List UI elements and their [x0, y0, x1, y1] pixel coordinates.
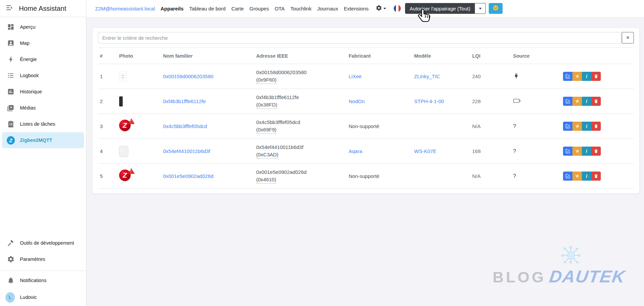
sidebar-item-apercu[interactable]: Aperçu	[0, 19, 86, 35]
delete-button[interactable]	[591, 97, 601, 106]
reconfigure-button[interactable]	[572, 122, 582, 131]
delete-button[interactable]	[591, 72, 601, 81]
device-name-link[interactable]: 0x001e5e0902ad026d	[163, 173, 213, 179]
network-address[interactable]: (0x69F9)	[256, 126, 276, 134]
col-photo: Photo	[117, 53, 161, 59]
model-link[interactable]: STPH-4-1-00	[414, 98, 444, 104]
menu-open-icon[interactable]	[5, 4, 14, 13]
vendor-link[interactable]: NodOn	[349, 98, 365, 104]
col-nom-familier: Nom familier	[161, 53, 254, 59]
tab-ota[interactable]: OTA	[275, 6, 285, 11]
clipboard-list-icon	[7, 120, 15, 128]
reconfigure-button[interactable]	[572, 72, 582, 81]
network-address[interactable]: (0xC3AD)	[256, 151, 278, 159]
user-avatar: L	[7, 293, 15, 301]
row-num: 5	[98, 173, 117, 179]
sidebar-item-energie[interactable]: Énergie	[0, 51, 86, 67]
sidebar: Home Assistant Aperçu Map Énergie	[0, 0, 86, 306]
network-address[interactable]: (0x9F60)	[256, 76, 276, 84]
edit-button[interactable]	[563, 97, 572, 106]
row-actions: i	[558, 97, 634, 106]
sidebar-item-medias[interactable]: Médias	[0, 100, 86, 116]
main-area: Z2M@homeassistant.local Appareils Tablea…	[86, 0, 644, 306]
list-bulleted-icon	[7, 71, 15, 80]
tab-tableau-de-bord[interactable]: Tableau de bord	[189, 6, 226, 11]
clear-search-button[interactable]: ×	[622, 32, 634, 43]
sidebar-item-label: Zigbee2MQTT	[20, 137, 52, 143]
table-row: 2 0xf4b3b1fffe6112fe 0xf4b3b1fffe6112fe …	[98, 89, 634, 114]
nodon-device-photo	[119, 96, 123, 106]
edit-button[interactable]	[563, 147, 572, 156]
search-input[interactable]	[98, 32, 622, 43]
sidebar-item-map[interactable]: Map	[0, 35, 86, 51]
col-modele: Modèle	[412, 53, 470, 59]
sidebar-item-label: Outils de développement	[20, 240, 74, 246]
table-row: 4 0x54ef4410011b6d3f 0x54ef4410011b6d3f …	[98, 139, 634, 164]
sidebar-item-listes-de-taches[interactable]: Listes de tâches	[0, 116, 86, 132]
blog-dautek-watermark: BLOG DAUTEK	[493, 267, 625, 286]
model-link[interactable]: WS-K07E	[414, 148, 436, 154]
ieee-address: 0x54ef4410011b6d3f	[256, 144, 303, 150]
delete-button[interactable]	[591, 122, 601, 131]
device-name-link[interactable]: 0x4c5bb3fffef05dcd	[163, 123, 207, 129]
app-title: Home Assistant	[19, 5, 66, 12]
settings-dropdown[interactable]	[376, 5, 386, 12]
sidebar-item-parametres[interactable]: Paramètres	[0, 251, 86, 267]
lqi-value: N/A	[470, 173, 511, 179]
smiley-icon	[493, 5, 499, 12]
edit-button[interactable]	[563, 72, 572, 81]
info-button[interactable]: i	[582, 97, 591, 106]
device-name-link[interactable]: 0x00158d0006203580	[163, 73, 213, 79]
permit-join-dropdown-toggle[interactable]	[475, 3, 486, 14]
topbar: Z2M@homeassistant.local Appareils Tablea…	[86, 0, 644, 17]
reconfigure-button[interactable]	[572, 147, 582, 156]
watermark-blog-text: BLOG	[493, 269, 546, 286]
permit-join-button[interactable]: Autoriser l'appairage (Tout)	[405, 3, 475, 14]
tab-carte[interactable]: Carte	[231, 6, 244, 11]
play-box-icon	[7, 104, 15, 112]
device-name-link[interactable]: 0xf4b3b1fffe6112fe	[163, 98, 206, 104]
vendor-text: Non-supporté	[347, 123, 412, 129]
sidebar-item-outils-developpement[interactable]: Outils de développement	[0, 235, 86, 251]
device-ieee: 0x00158d0006203580 (0x9F60)	[254, 69, 347, 84]
model-link[interactable]: ZLinky_TIC	[414, 73, 440, 79]
french-flag-icon[interactable]	[394, 5, 401, 12]
network-address[interactable]: (0x4610)	[256, 176, 276, 184]
sidebar-item-zigbee2mqtt[interactable]: Z Zigbee2MQTT	[2, 132, 84, 148]
device-name-link[interactable]: 0x54ef4410011b6d3f	[163, 148, 210, 154]
account-box-icon	[7, 39, 15, 47]
sidebar-item-logbook[interactable]: Logbook	[0, 67, 86, 84]
network-address[interactable]: (0x38FD)	[256, 101, 277, 109]
bridge-link[interactable]: Z2M@homeassistant.local	[95, 6, 155, 11]
tab-groupes[interactable]: Groupes	[249, 6, 269, 11]
info-button[interactable]: i	[582, 72, 591, 81]
lqi-value: 240	[470, 73, 511, 79]
reconfigure-button[interactable]	[572, 172, 582, 181]
sidebar-item-label: Map	[20, 40, 29, 46]
sidebar-item-historique[interactable]: Historique	[0, 84, 86, 100]
reconfigure-button[interactable]	[572, 97, 582, 106]
row-actions: i	[558, 147, 634, 156]
vendor-link[interactable]: LiXee	[349, 73, 361, 79]
delete-button[interactable]	[591, 147, 601, 156]
info-button[interactable]: i	[582, 172, 591, 181]
vendor-link[interactable]: Aqara	[349, 148, 362, 154]
table-row: 5 Z ! 0x001e5e0902ad026d 0x001e5e0902ad0…	[98, 164, 634, 189]
delete-button[interactable]	[591, 172, 601, 181]
tab-journaux[interactable]: Journaux	[317, 6, 338, 11]
warning-icon: !	[128, 168, 135, 174]
tab-touchlink[interactable]: Touchlink	[290, 6, 312, 11]
edit-button[interactable]	[563, 172, 572, 181]
info-button[interactable]: i	[582, 122, 591, 131]
info-button[interactable]: i	[582, 147, 591, 156]
tab-extensions[interactable]: Extensions	[344, 6, 369, 11]
sidebar-item-notifications[interactable]: Notifications	[0, 272, 86, 288]
col-num: #	[98, 53, 117, 59]
edit-button[interactable]	[563, 122, 572, 131]
device-ieee: 0x001e5e0902ad026d (0x4610)	[254, 169, 347, 184]
tab-appareils[interactable]: Appareils	[160, 6, 183, 11]
table-header-row: # Photo Nom familier Adresse IEEE Fabric…	[98, 48, 634, 64]
sidebar-user[interactable]: L Ludovic	[0, 288, 86, 306]
view-dashboard-icon	[7, 23, 15, 31]
emoji-button[interactable]	[489, 3, 503, 14]
